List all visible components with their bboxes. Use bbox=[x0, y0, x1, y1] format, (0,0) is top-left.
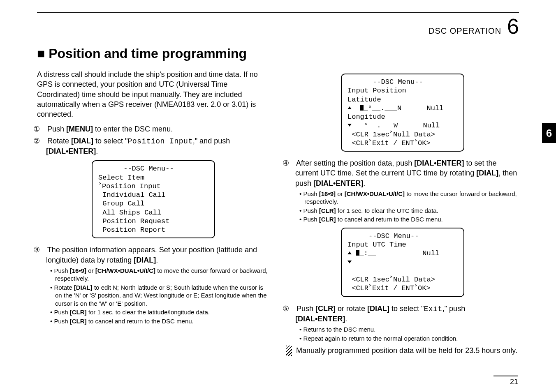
down-arrow-icon bbox=[348, 124, 352, 127]
lcd2-l2: Input Position bbox=[348, 87, 406, 95]
down-arrow-icon-2 bbox=[348, 261, 352, 263]
lb1-c: or bbox=[86, 267, 95, 274]
lcd1-l2: Select Item bbox=[98, 174, 144, 182]
left-bullet-2: • Rotate [DIAL] to edit N; North latitud… bbox=[50, 284, 270, 308]
lcd3-l2: Input UTC Time bbox=[348, 241, 406, 249]
right-column: --DSC Menu-- Input Position Latitude _°_… bbox=[286, 69, 519, 356]
right-bullet-1: • Push [16•9] or [CH/WX•DUAL•U/I/C] to m… bbox=[299, 190, 519, 206]
step-3-marker: ③ bbox=[37, 245, 45, 255]
lcd2-l4b: _°__.___N Null bbox=[364, 104, 443, 112]
rb1-c: or bbox=[336, 190, 345, 197]
rb2-b: [CLR] bbox=[319, 207, 336, 214]
s5-h: [DIAL•ENTER] bbox=[295, 315, 345, 323]
left-column: A distress call should include the ship'… bbox=[37, 69, 270, 356]
step-3-key: [DIAL] bbox=[134, 256, 156, 264]
lcd-screen-3: --DSC Menu-- Input UTC Time _:__ Null <C… bbox=[341, 228, 464, 297]
lcd2-l4a bbox=[352, 104, 360, 112]
up-arrow-icon bbox=[348, 106, 352, 109]
lcd3-l6: <CLR 1sec˃Null Data> bbox=[348, 276, 435, 284]
step-3-text-c: . bbox=[156, 256, 158, 264]
right-bullet-2: • Push [CLR] for 1 sec. to clear the UTC… bbox=[299, 207, 519, 215]
step-5-marker: ⑤ bbox=[286, 304, 294, 314]
lb1-b: [16•9] bbox=[70, 267, 86, 274]
rb5-a: • Repeat again to return to the normal o… bbox=[299, 335, 458, 342]
page-number: 21 bbox=[510, 378, 518, 386]
s4-f: [DIAL•ENTER] bbox=[313, 179, 363, 187]
step-2-text-c: to select " bbox=[93, 137, 127, 145]
lb2-a: • Rotate bbox=[50, 284, 74, 291]
s4-a: After setting the position data, push bbox=[296, 159, 414, 167]
step-2: ② Rotate [DIAL] to select "Position Inpu… bbox=[37, 136, 270, 157]
lb1-d: [CH/WX•DUAL•U/I/C] bbox=[95, 267, 155, 274]
up-arrow-icon-2 bbox=[348, 251, 352, 254]
lcd3-l1: --DSC Menu-- bbox=[348, 232, 419, 240]
rb1-a: • Push bbox=[299, 190, 319, 197]
page-num-rule bbox=[493, 376, 518, 376]
s5-a: Push bbox=[297, 304, 315, 313]
lcd1-l4: Individual Call bbox=[98, 191, 165, 199]
s5-g: ," push bbox=[442, 304, 465, 313]
lcd3-l3a bbox=[352, 249, 356, 257]
step-2-text-g: . bbox=[96, 147, 98, 155]
rb1-b: [16•9] bbox=[319, 190, 336, 197]
lcd2-l3: Latitude bbox=[348, 96, 381, 104]
step-1-key: [MENU] bbox=[66, 125, 93, 133]
hatch-icon bbox=[286, 346, 292, 355]
note-text: Manually programmed position data will b… bbox=[296, 346, 517, 355]
rb2-a: • Push bbox=[299, 207, 319, 214]
lcd1-l7: Position Request bbox=[98, 217, 169, 225]
lcd2-l5: Longitude bbox=[348, 113, 385, 121]
top-rule bbox=[37, 12, 519, 13]
s5-b: [CLR] bbox=[315, 304, 336, 313]
lcd3-l7: <CLR˃Exit / ENT˃OK> bbox=[348, 284, 431, 292]
lb1-a: • Push bbox=[50, 267, 70, 274]
right-bullet-3: • Push [CLR] to cancel and return to the… bbox=[299, 215, 519, 224]
s5-f: Exit bbox=[424, 305, 442, 313]
s4-b: [DIAL•ENTER] bbox=[414, 159, 464, 167]
step-1-text-c: to enter the DSC menu. bbox=[93, 125, 173, 133]
s5-d: [DIAL] bbox=[367, 304, 389, 313]
step-2-key-1: [DIAL] bbox=[71, 137, 93, 145]
step-2-menu-item: Position Input bbox=[127, 137, 192, 145]
lcd2-l8: <CLR˃Exit / ENT˃OK> bbox=[348, 139, 431, 147]
rb3-c: to cancel and return to the DSC menu. bbox=[336, 216, 443, 223]
step-1-marker: ① bbox=[37, 124, 45, 134]
lcd1-l8: Position Report bbox=[98, 226, 165, 234]
step-2-text-a: Rotate bbox=[47, 137, 71, 145]
note-block: Manually programmed position data will b… bbox=[286, 346, 519, 355]
chapter-label: DSC OPERATION bbox=[429, 26, 501, 36]
lcd2-l6: __°__.___W Null bbox=[352, 122, 440, 129]
lcd1-l3: ˃Position Input bbox=[98, 182, 161, 190]
side-tab: 6 bbox=[542, 123, 556, 143]
s4-d: [DIAL] bbox=[476, 169, 498, 177]
step-3: ③ The position information appears. Set … bbox=[37, 245, 270, 265]
lb3-a: • Push bbox=[50, 309, 70, 316]
intro-paragraph: A distress call should include the ship'… bbox=[37, 69, 270, 119]
left-bullet-4: • Push [CLR] to cancel and return to the… bbox=[50, 317, 270, 325]
lcd-screen-1: --DSC Menu-- Select Item ˃Position Input… bbox=[92, 160, 215, 238]
s4-g: . bbox=[363, 179, 365, 187]
lb2-b: [DIAL] bbox=[74, 284, 93, 291]
rb3-b: [CLR] bbox=[319, 216, 336, 223]
lcd1-l5: Group Call bbox=[98, 200, 144, 208]
step-4-marker: ④ bbox=[286, 158, 294, 168]
lb3-c: for 1 sec. to clear the latitude/longitu… bbox=[87, 309, 210, 316]
step-1: ① Push [MENU] to enter the DSC menu. bbox=[37, 124, 270, 134]
step-2-marker: ② bbox=[37, 136, 45, 146]
lcd2-l1: --DSC Menu-- bbox=[348, 78, 423, 86]
step-2-key-2: [DIAL•ENTER] bbox=[46, 147, 96, 155]
left-bullet-3: • Push [CLR] for 1 sec. to clear the lat… bbox=[50, 308, 270, 316]
lcd2-l7: <CLR 1sec˃Null Data> bbox=[348, 131, 435, 138]
section-title: ■ Position and time programming bbox=[37, 46, 519, 61]
chapter-number: 6 bbox=[507, 16, 519, 37]
lcd1-l6: All Ships Call bbox=[98, 209, 161, 217]
lb4-a: • Push bbox=[50, 318, 70, 325]
lb4-b: [CLR] bbox=[70, 318, 87, 325]
s5-c: or rotate bbox=[336, 304, 367, 313]
cursor-icon-2 bbox=[356, 250, 359, 256]
left-bullet-1: • Push [16•9] or [CH/WX•DUAL•U/I/C] to m… bbox=[50, 267, 270, 283]
lcd3-l3b: _:__ Null bbox=[359, 249, 439, 257]
lb4-c: to cancel and return to the DSC menu. bbox=[87, 318, 194, 325]
step-2-text-e: ," and push bbox=[193, 137, 230, 145]
lb3-b: [CLR] bbox=[70, 309, 87, 316]
